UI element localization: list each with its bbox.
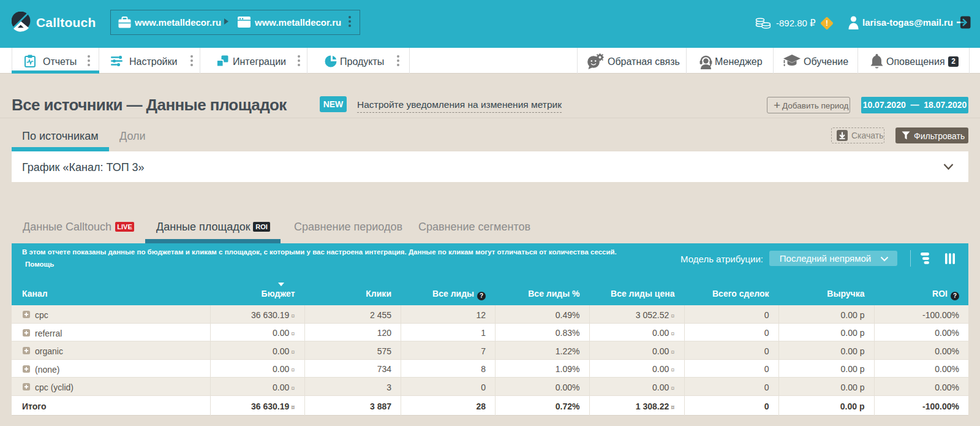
svg-text:!: !: [826, 19, 828, 28]
